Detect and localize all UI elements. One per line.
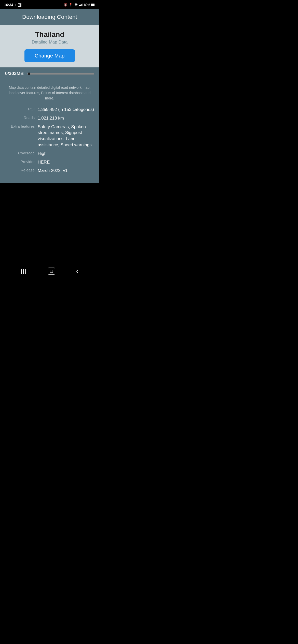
details-description: Map data contain detailed digital road n…	[5, 85, 95, 101]
camera-icon: ⊡	[18, 3, 21, 7]
page-title: Downloading Content	[22, 14, 77, 20]
time-display: 16:34	[4, 3, 13, 7]
roads-value: 1,021,218 km	[38, 115, 95, 121]
roads-label: Roads	[5, 115, 38, 120]
download-icon: ↓	[15, 3, 17, 7]
wifi-icon	[74, 3, 78, 7]
nav-bar: ||| □ ‹	[0, 264, 99, 280]
coverage-value: High	[38, 151, 95, 157]
progress-track	[27, 73, 94, 75]
map-subtitle: Detailed Map Data	[4, 40, 95, 45]
progress-label: 0/303MB	[5, 71, 24, 76]
progress-thumb	[28, 72, 30, 75]
status-bar: 16:34 ↓ ⊡ 🔇 📍 82%	[0, 0, 99, 9]
provider-label: Provider	[5, 159, 38, 164]
map-info-header: Thailand Detailed Map Data Change Map	[0, 25, 99, 67]
svg-rect-2	[80, 5, 81, 6]
svg-rect-6	[95, 4, 96, 6]
map-name: Thailand	[4, 31, 95, 39]
signal-icon	[79, 3, 83, 7]
detail-row-extra: Extra features Safety Cameras, Spoken st…	[5, 124, 95, 148]
svg-rect-3	[81, 4, 82, 6]
svg-rect-7	[91, 4, 94, 6]
change-map-button[interactable]: Change Map	[24, 49, 75, 62]
svg-rect-1	[79, 5, 80, 6]
coverage-label: Coverage	[5, 151, 38, 155]
release-value: March 2022, v1	[38, 168, 95, 174]
progress-section: 0/303MB	[0, 67, 99, 80]
status-bar-right: 🔇 📍 82%	[64, 3, 95, 7]
poi-label: POI	[5, 107, 38, 111]
extra-features-label: Extra features	[5, 124, 38, 128]
home-button[interactable]: □	[48, 268, 55, 275]
status-bar-left: 16:34 ↓ ⊡	[4, 3, 21, 7]
detail-row-provider: Provider HERE	[5, 159, 95, 165]
provider-value: HERE	[38, 159, 95, 165]
location-icon: 📍	[69, 3, 73, 7]
details-section: Map data contain detailed digital road n…	[0, 80, 99, 183]
svg-rect-4	[82, 4, 83, 6]
detail-row-coverage: Coverage High	[5, 151, 95, 157]
recent-apps-button[interactable]: |||	[21, 268, 27, 274]
svg-point-0	[76, 5, 76, 6]
extra-features-value: Safety Cameras, Spoken street names, Sig…	[38, 124, 95, 148]
title-bar: Downloading Content	[0, 9, 99, 25]
detail-row-poi: POI 1,359,492 (in 153 categories)	[5, 107, 95, 113]
release-label: Release	[5, 168, 38, 172]
detail-row-roads: Roads 1,021,218 km	[5, 115, 95, 121]
battery-display: 82%	[84, 3, 95, 7]
bottom-area	[0, 183, 99, 264]
poi-value: 1,359,492 (in 153 categories)	[38, 107, 95, 113]
detail-row-release: Release March 2022, v1	[5, 168, 95, 174]
mute-icon: 🔇	[64, 3, 67, 7]
back-button[interactable]: ‹	[76, 267, 78, 275]
